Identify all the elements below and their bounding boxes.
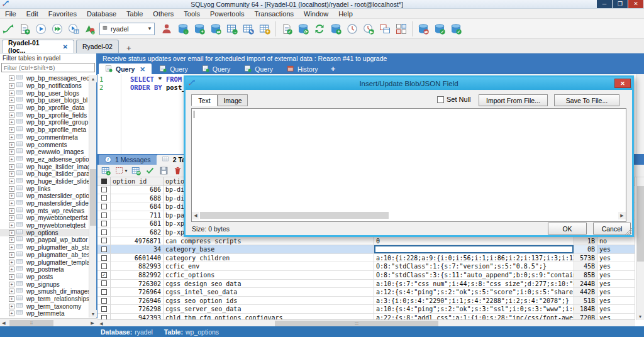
- cell-autoload[interactable]: yes: [597, 271, 635, 280]
- menu-database[interactable]: Database: [82, 10, 121, 18]
- table-tree-item[interactable]: +wp_mts_wp_reviews: [0, 207, 90, 214]
- table-tree-item[interactable]: +wp_commentmeta: [0, 134, 90, 141]
- grid-row[interactable]: 942393 chld_thm_cfg_options_configvars a…: [97, 314, 635, 319]
- table-tree-item[interactable]: +wp_bp_xprofile_fields: [0, 111, 90, 119]
- menu-window[interactable]: Window: [299, 10, 333, 18]
- row-checkbox-icon[interactable]: [101, 221, 107, 226]
- cell-option-value[interactable]: a:10:{s:4:"ping";s:2:"ok";s:3:"ssl";i:0;…: [374, 305, 574, 314]
- expand-icon[interactable]: +: [9, 119, 14, 125]
- cell-option-value[interactable]: a:10:{i:228;a:9:{i:0;i:56;i:1;i:86;i:2;i…: [374, 254, 574, 263]
- expand-icon[interactable]: +: [9, 237, 14, 243]
- select-all-icon[interactable]: [101, 179, 107, 184]
- refresh-data-button[interactable]: ⟳: [130, 165, 143, 177]
- set-null-checkbox[interactable]: Set Null: [437, 96, 471, 103]
- blob-text-area[interactable]: [191, 108, 626, 222]
- table-tree-item[interactable]: +wp_postmeta: [0, 266, 90, 273]
- row-checkbox-icon[interactable]: [101, 187, 107, 192]
- schema-designer-button[interactable]: +: [82, 21, 98, 37]
- maximize-button[interactable]: ❐: [613, 0, 628, 8]
- cell-autoload[interactable]: yes: [597, 297, 635, 306]
- cell-option-id[interactable]: 4976871: [111, 237, 164, 246]
- dialog-horizontal-scrollbar[interactable]: ◀ ▶: [192, 211, 626, 219]
- resize-grip[interactable]: [625, 228, 632, 235]
- table-tree-item[interactable]: +wp_plugmatter_ab_sta: [0, 244, 90, 251]
- tab-messages[interactable]: i1 Messages: [99, 155, 157, 165]
- menu-tools[interactable]: Tools: [179, 10, 205, 18]
- cell-autoload[interactable]: no: [597, 237, 635, 246]
- table-tree-item[interactable]: +wp_mywebtonetperfst: [0, 214, 90, 222]
- cell-option-id[interactable]: 726302: [111, 280, 164, 289]
- export-table-data-button[interactable]: →: [224, 21, 240, 37]
- row-checkbox-icon[interactable]: [101, 289, 107, 295]
- expand-icon[interactable]: +: [9, 142, 14, 148]
- cell-option-id[interactable]: 942393: [111, 314, 164, 319]
- cell-option-value[interactable]: a:12:{s:4:"ping";s:2:"ok";s:5:"score";i:…: [374, 288, 574, 297]
- copy-table-button[interactable]: +: [257, 21, 273, 37]
- notification-services-button[interactable]: ✓: [448, 21, 464, 37]
- grid-row[interactable]: 726946 cgss_seo_option_ids a:3:{i:0;s:4:…: [97, 297, 635, 306]
- cell-option-name[interactable]: ccfic_env: [164, 262, 374, 271]
- table-tree-item[interactable]: +wp_masterslider_slider: [0, 200, 90, 207]
- row-checkbox-icon[interactable]: [101, 213, 107, 218]
- expand-icon[interactable]: +: [9, 260, 14, 265]
- menu-table[interactable]: Table: [121, 10, 148, 18]
- cell-size[interactable]: 720B: [574, 314, 597, 319]
- cell-option-value[interactable]: O:8:"stdClass":1:{s:7:"version";s:5:"0.8…: [374, 262, 574, 271]
- cell-option-name[interactable]: category_children: [164, 254, 374, 263]
- row-select-cell[interactable]: [97, 305, 111, 314]
- cell-option-id[interactable]: 711: [111, 211, 164, 220]
- cell-option-id[interactable]: 882993: [111, 262, 164, 271]
- menu-favorites[interactable]: Favorites: [43, 10, 82, 18]
- cell-autoload[interactable]: yes: [597, 245, 635, 254]
- expand-icon[interactable]: +: [9, 91, 14, 96]
- close-button[interactable]: ✕: [628, 0, 643, 8]
- table-tree-item[interactable]: +wp_term_taxonomy: [0, 302, 90, 310]
- row-select-cell[interactable]: [97, 280, 111, 289]
- expand-icon[interactable]: +: [9, 157, 14, 162]
- expand-icon[interactable]: +: [9, 135, 14, 140]
- execute-current-query-button[interactable]: [65, 21, 82, 37]
- menu-file[interactable]: File: [0, 10, 21, 18]
- cell-option-name[interactable]: cgss_intel_seo_data: [164, 288, 374, 297]
- expand-icon[interactable]: +: [9, 179, 14, 184]
- table-tree-item[interactable]: +wp_huge_itslider_imag: [0, 163, 90, 170]
- cell-autoload[interactable]: yes: [597, 262, 635, 271]
- connect-button[interactable]: [0, 21, 16, 37]
- expand-icon[interactable]: +: [9, 274, 14, 280]
- cell-option-name[interactable]: can_compress_scripts: [164, 237, 374, 246]
- expand-icon[interactable]: +: [9, 223, 14, 228]
- cell-option-value[interactable]: [374, 245, 574, 254]
- table-tree-item[interactable]: +wp_signups: [0, 280, 90, 288]
- cell-option-id[interactable]: 681: [111, 219, 164, 228]
- row-select-cell[interactable]: [97, 237, 111, 246]
- expand-icon[interactable]: +: [9, 230, 14, 236]
- cell-autoload[interactable]: yes: [597, 314, 635, 319]
- scroll-down-icon[interactable]: ▼: [89, 310, 97, 318]
- cell-option-id[interactable]: 726946: [111, 297, 164, 306]
- cell-option-id[interactable]: 684: [111, 202, 164, 211]
- cell-size[interactable]: 1B: [574, 237, 597, 246]
- table-tree-item[interactable]: +wp_huge_itslider_para: [0, 170, 90, 178]
- menu-edit[interactable]: Edit: [21, 10, 43, 18]
- execute-query-button[interactable]: [33, 21, 49, 37]
- cell-option-name[interactable]: ccfic_options: [164, 271, 374, 280]
- table-tree-item[interactable]: +wp_ewwwio_images: [0, 148, 90, 156]
- expand-icon[interactable]: +: [9, 296, 14, 302]
- expand-icon[interactable]: +: [9, 311, 14, 316]
- cell-size[interactable]: 244B: [574, 280, 597, 289]
- table-tree-item[interactable]: +wp_term_relationships: [0, 296, 90, 303]
- import-from-file-button[interactable]: Import From File...: [479, 94, 548, 106]
- sidebar-horizontal-scrollbar[interactable]: ◀ ⁞⁞ ▶: [0, 318, 97, 327]
- tab-query-4[interactable]: Query: [238, 64, 279, 74]
- table-tree-item[interactable]: +wp_plugmatter_templa: [0, 258, 90, 266]
- cell-autoload[interactable]: yes: [597, 280, 635, 289]
- ok-button[interactable]: OK: [548, 223, 587, 235]
- expand-icon[interactable]: +: [9, 215, 14, 221]
- table-tree-item[interactable]: +wp_bp_user_blogs_bl: [0, 97, 90, 104]
- select-all-cell[interactable]: [97, 177, 111, 185]
- row-checkbox-icon[interactable]: [101, 263, 107, 269]
- cell-size[interactable]: 0B: [574, 245, 597, 254]
- cell-option-id[interactable]: 726298: [111, 305, 164, 314]
- expand-icon[interactable]: +: [9, 164, 14, 170]
- row-select-cell[interactable]: [97, 185, 111, 194]
